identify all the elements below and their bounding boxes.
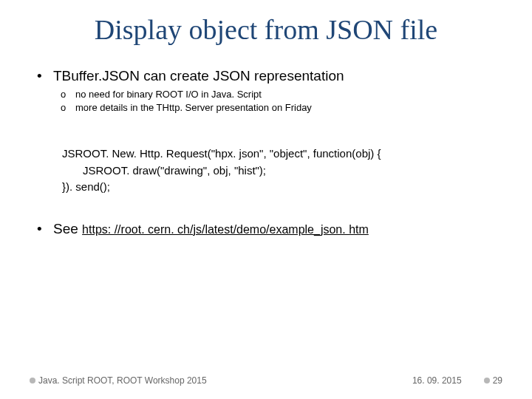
bullet-item: See https: //root. cern. ch/js/latest/de… bbox=[37, 221, 502, 237]
code-line: }). send(); bbox=[62, 180, 110, 193]
footer-date: 16. 09. 2015 bbox=[412, 375, 462, 386]
code-block: JSROOT. New. Http. Request("hpx. json", … bbox=[62, 146, 502, 196]
footer-text: Java. Script ROOT, ROOT Workshop 2015 bbox=[38, 375, 207, 386]
footer-date-text: 16. 09. 2015 bbox=[412, 375, 462, 386]
bullet-list: See https: //root. cern. ch/js/latest/de… bbox=[37, 221, 502, 237]
bullet-list: TBuffer.JSON can create JSON representat… bbox=[37, 68, 502, 113]
slide: Display object from JSON file TBuffer.JS… bbox=[0, 0, 532, 399]
sub-bullet-list: no need for binary ROOT I/O in Java. Scr… bbox=[61, 89, 502, 113]
sub-bullet-text: more details in the THttp. Server presen… bbox=[75, 102, 312, 113]
footer: Java. Script ROOT, ROOT Workshop 2015 16… bbox=[30, 375, 502, 386]
footer-page: 29 bbox=[484, 375, 502, 386]
bullet-text: See bbox=[53, 221, 82, 236]
code-line: JSROOT. New. Http. Request("hpx. json", … bbox=[62, 147, 381, 160]
code-line: JSROOT. draw("drawing", obj, "hist"); bbox=[62, 163, 502, 180]
page-number: 29 bbox=[493, 375, 502, 386]
bullet-icon bbox=[484, 378, 490, 383]
bullet-text: TBuffer.JSON can create JSON representat… bbox=[53, 68, 344, 83]
sub-bullet-item: no need for binary ROOT I/O in Java. Scr… bbox=[61, 89, 502, 100]
footer-left: Java. Script ROOT, ROOT Workshop 2015 bbox=[30, 375, 207, 386]
bullet-item: TBuffer.JSON can create JSON representat… bbox=[37, 68, 502, 113]
demo-link[interactable]: https: //root. cern. ch/js/latest/demo/e… bbox=[82, 223, 369, 236]
sub-bullet-item: more details in the THttp. Server presen… bbox=[61, 102, 502, 113]
sub-bullet-text: no need for binary ROOT I/O in Java. Scr… bbox=[75, 89, 262, 100]
bullet-icon bbox=[30, 378, 35, 383]
slide-title: Display object from JSON file bbox=[30, 13, 502, 46]
